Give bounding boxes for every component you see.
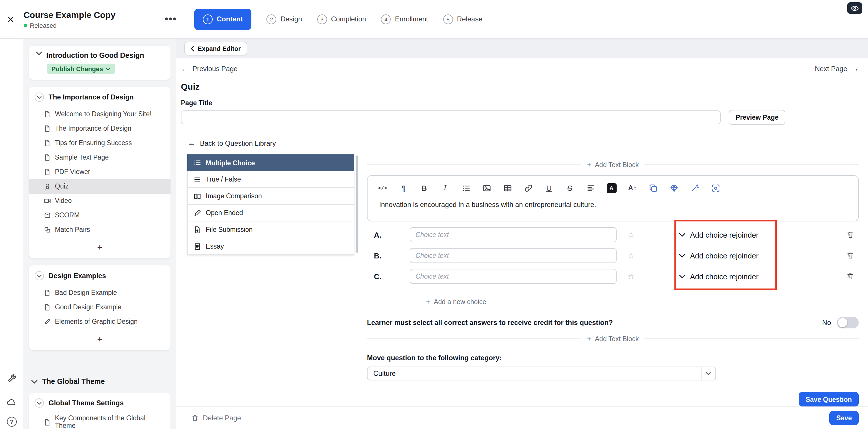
trash-icon[interactable] <box>847 231 854 239</box>
text-color-icon[interactable]: A <box>604 183 618 193</box>
sidebar-item-quiz[interactable]: Quiz <box>29 179 170 194</box>
sidebar-item-tips[interactable]: Tips for Ensuring Success <box>29 136 170 150</box>
status-dot-icon <box>23 23 27 27</box>
tab-content[interactable]: 1 Content <box>194 8 252 30</box>
chevron-down-icon[interactable] <box>31 379 37 384</box>
tab-design[interactable]: 2 Design <box>267 14 302 24</box>
magic-wand-icon[interactable] <box>688 183 702 193</box>
file-icon <box>44 418 51 426</box>
plus-icon: + <box>587 161 591 168</box>
chevron-down-icon[interactable] <box>36 52 42 56</box>
question-type-open-ended[interactable]: Open Ended <box>187 205 354 221</box>
sidebar-item-good-design[interactable]: Good Design Example <box>29 300 170 314</box>
copy-icon[interactable] <box>646 183 660 193</box>
align-left-icon[interactable] <box>584 183 597 193</box>
delete-page-button[interactable]: Delete Page <box>191 414 241 422</box>
underline-icon[interactable]: U <box>542 183 556 193</box>
star-icon[interactable]: ☆ <box>626 272 636 281</box>
image-icon[interactable] <box>479 183 494 193</box>
tab-label: Design <box>281 15 302 23</box>
all-correct-label: Learner must select all correct answers … <box>367 318 822 327</box>
star-icon[interactable]: ☆ <box>626 251 636 260</box>
scan-icon[interactable] <box>709 183 722 193</box>
chevron-down-icon <box>679 253 685 257</box>
close-icon[interactable]: ✕ <box>7 15 14 23</box>
add-text-block-top[interactable]: +Add Text Block <box>367 161 859 168</box>
trash-icon[interactable] <box>847 272 854 280</box>
save-button[interactable]: Save <box>829 411 859 425</box>
question-type-true-false[interactable]: True / False <box>187 171 354 188</box>
expand-editor-label: Expand Editor <box>198 45 241 52</box>
sidebar-item-video[interactable]: Video <box>29 194 170 208</box>
sidebar-item-bad-design[interactable]: Bad Design Example <box>29 286 170 300</box>
sidebar-item-graphic-design[interactable]: Elements of Graphic Design <box>29 314 170 329</box>
italic-icon[interactable]: I <box>438 183 452 193</box>
add-text-block-bottom[interactable]: +Add Text Block <box>367 335 859 342</box>
collapse-section-icon[interactable] <box>35 271 44 280</box>
trash-icon[interactable] <box>847 251 854 259</box>
preview-page-button[interactable]: Preview Page <box>729 110 785 125</box>
wrench-icon[interactable] <box>3 371 20 387</box>
code-icon[interactable]: </> <box>376 183 390 193</box>
list-icon[interactable] <box>459 183 473 193</box>
scrollbar[interactable] <box>356 156 358 253</box>
tab-enrollment[interactable]: 4 Enrollment <box>381 14 428 24</box>
help-icon[interactable]: ? <box>7 417 17 427</box>
sidebar-item-key-components[interactable]: Key Components of the Global Theme <box>29 413 170 429</box>
sidebar-item-pdf-viewer[interactable]: PDF Viewer <box>29 165 170 179</box>
question-type-image-comparison[interactable]: Image Comparison <box>187 188 354 205</box>
question-type-label: Open Ended <box>206 209 243 216</box>
tab-completion[interactable]: 3 Completion <box>317 14 366 24</box>
question-type-essay[interactable]: Essay <box>187 238 354 255</box>
file-icon <box>44 154 51 161</box>
editor-strip: Expand Editor <box>176 39 868 58</box>
tab-release[interactable]: 5 Release <box>443 14 483 24</box>
section-title: The Importance of Design <box>49 93 134 101</box>
sidebar-item-welcome[interactable]: Welcome to Designing Your Site! <box>29 107 170 121</box>
plus-icon: + <box>426 298 430 305</box>
add-page-button[interactable]: + <box>97 243 102 251</box>
choice-text-input[interactable] <box>410 248 617 263</box>
question-type-file-submission[interactable]: File Submission <box>187 221 354 238</box>
choice-text-input[interactable] <box>410 227 617 242</box>
strikethrough-icon[interactable]: S <box>563 183 577 193</box>
file-upload-icon <box>194 226 201 233</box>
expand-editor-button[interactable]: Expand Editor <box>184 42 247 56</box>
add-choice-rejoinder[interactable]: Add choice rejoinder <box>673 231 776 239</box>
question-text[interactable]: Innovation is encouraged in a business w… <box>368 196 858 221</box>
sidebar-item-scorm[interactable]: SCORM <box>29 208 170 223</box>
next-page-link[interactable]: Next Page → <box>815 64 859 73</box>
add-choice-rejoinder[interactable]: Add choice rejoinder <box>673 272 776 281</box>
publish-changes-button[interactable]: Publish Changes <box>47 64 115 74</box>
font-size-icon[interactable]: A↕ <box>625 183 639 193</box>
back-to-question-library-link[interactable]: ← Back to Question Library <box>188 139 859 147</box>
save-question-button[interactable]: Save Question <box>799 392 859 406</box>
rejoinder-label: Add choice rejoinder <box>690 272 758 281</box>
choice-text-input[interactable] <box>410 269 617 284</box>
sidebar-item-sample-text[interactable]: Sample Text Page <box>29 150 170 165</box>
gem-icon[interactable] <box>667 183 681 193</box>
bottom-bar: Delete Page Save <box>176 406 868 429</box>
bold-icon[interactable]: B <box>417 183 431 193</box>
add-page-button[interactable]: + <box>97 335 102 343</box>
sidebar-item-match-pairs[interactable]: Match Pairs <box>29 223 170 237</box>
collapse-section-icon[interactable] <box>35 93 44 102</box>
page-title-input[interactable] <box>181 111 721 124</box>
category-select[interactable]: Culture <box>367 367 716 380</box>
add-choice-rejoinder[interactable]: Add choice rejoinder <box>673 251 776 260</box>
previous-page-link[interactable]: ← Previous Page <box>181 64 238 73</box>
rejoinder-label: Add choice rejoinder <box>690 231 758 239</box>
paragraph-icon[interactable]: ¶ <box>397 183 410 193</box>
question-type-multiple-choice[interactable]: Multiple Choice <box>187 154 354 171</box>
more-menu-icon[interactable]: ••• <box>165 17 177 21</box>
add-new-choice-button[interactable]: + Add a new choice <box>426 298 486 305</box>
all-correct-toggle[interactable] <box>837 317 859 328</box>
table-icon[interactable] <box>500 183 514 193</box>
cloud-icon[interactable] <box>3 394 20 410</box>
collapse-section-icon[interactable] <box>35 398 44 408</box>
link-icon[interactable] <box>521 183 535 193</box>
sidebar-item-importance[interactable]: The Importance of Design <box>29 121 170 136</box>
eye-icon[interactable] <box>847 2 862 14</box>
course-card: Introduction to Good Design Publish Chan… <box>29 46 170 80</box>
star-icon[interactable]: ☆ <box>626 230 636 239</box>
